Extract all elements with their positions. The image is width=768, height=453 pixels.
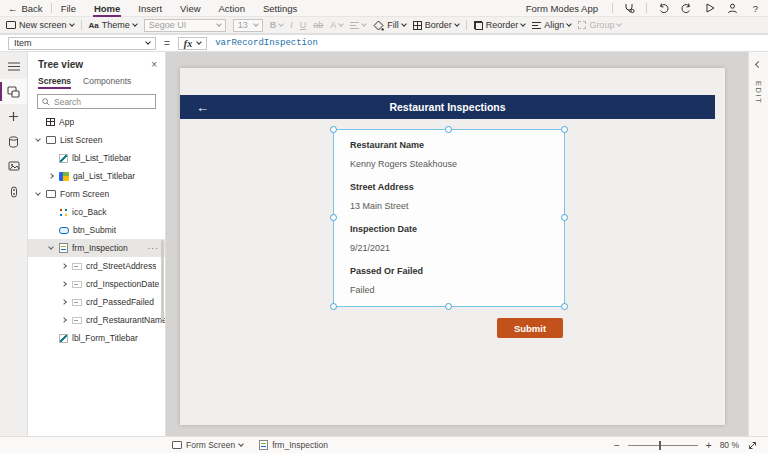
app-checker-icon[interactable]: [623, 2, 636, 15]
underline-button[interactable]: U: [300, 20, 307, 30]
selected-control-breadcrumb[interactable]: frm_Inspection: [259, 440, 328, 450]
tree-item-app[interactable]: App: [28, 113, 165, 131]
tree-item-crd_streetaddress[interactable]: crd_StreetAddress: [28, 257, 165, 275]
tree-item-label: lbl_List_Titlebar: [72, 153, 131, 163]
font-size-select[interactable]: 13: [233, 19, 263, 32]
form-titlebar[interactable]: ← Restaurant Inspections: [180, 95, 715, 119]
chevron-right-icon[interactable]: [60, 300, 68, 304]
tree-item-crd_inspectiondate[interactable]: crd_InspectionDate: [28, 275, 165, 293]
menu-icon[interactable]: [0, 54, 27, 79]
tab-components[interactable]: Components: [83, 76, 131, 89]
screen-selector-label: Form Screen: [186, 440, 235, 450]
bold-button[interactable]: B: [270, 20, 284, 30]
selection-handle[interactable]: [330, 126, 337, 133]
back-button[interactable]: ← Back: [0, 3, 51, 14]
inspection-form[interactable]: Restaurant NameKenny Rogers SteakhouseSt…: [333, 129, 565, 307]
menu-insert[interactable]: Insert: [129, 0, 171, 17]
italic-button[interactable]: I: [290, 20, 293, 30]
tree-item-crd_restaurantname[interactable]: crd_RestaurantName: [28, 311, 165, 329]
tree-item-gal_list_titlebar[interactable]: gal_List_Titlebar: [28, 167, 165, 185]
undo-icon[interactable]: [657, 2, 670, 15]
share-person-icon[interactable]: [726, 2, 739, 15]
formula-input[interactable]: varRecordInspection: [215, 38, 318, 48]
text-align-button[interactable]: [350, 22, 366, 29]
selection-handle[interactable]: [561, 214, 568, 221]
menu-home[interactable]: Home: [85, 0, 129, 17]
reorder-button[interactable]: Reorder: [474, 20, 526, 30]
selection-handle[interactable]: [445, 126, 452, 133]
search-icon: [42, 98, 50, 106]
reorder-icon: [474, 21, 483, 30]
screen-selector[interactable]: Form Screen: [172, 440, 243, 450]
property-select[interactable]: Item: [8, 37, 156, 50]
chevron-right-icon[interactable]: [60, 264, 68, 268]
zoom-slider[interactable]: [628, 445, 698, 446]
chevron-down-icon[interactable]: [47, 247, 55, 249]
help-icon[interactable]: ?: [749, 2, 762, 15]
menu-action[interactable]: Action: [210, 0, 254, 17]
fill-button[interactable]: Fill: [373, 20, 406, 31]
properties-panel-collapsed[interactable]: EDIT: [748, 52, 768, 436]
strikethrough-button[interactable]: ab: [313, 20, 323, 30]
label-icon: [59, 334, 68, 343]
field-value[interactable]: 13 Main Street: [350, 201, 548, 211]
form-icon: [259, 440, 268, 450]
close-icon[interactable]: ×: [151, 59, 157, 70]
chevron-right-icon[interactable]: [60, 318, 68, 322]
fit-to-window-icon[interactable]: [747, 440, 758, 451]
chevron-down-icon[interactable]: [34, 193, 42, 195]
zoom-slider-thumb[interactable]: [659, 441, 661, 450]
menu-settings[interactable]: Settings: [254, 0, 306, 17]
tree-item-crd_passedfailed[interactable]: crd_PassedFailed: [28, 293, 165, 311]
tree-view-icon[interactable]: [0, 79, 27, 104]
tree-item-list screen[interactable]: List Screen: [28, 131, 165, 149]
tree-scrollbar[interactable]: [161, 240, 164, 320]
tree-item-btn_submit[interactable]: btn_Submit: [28, 221, 165, 239]
chevron-down-icon[interactable]: [34, 139, 42, 141]
theme-button[interactable]: Theme: [89, 20, 137, 30]
align-button[interactable]: Align: [532, 20, 571, 30]
selection-handle[interactable]: [330, 303, 337, 310]
selection-handle[interactable]: [445, 303, 452, 310]
font-family-select[interactable]: Segoe UI: [144, 19, 226, 32]
selection-handle[interactable]: [561, 126, 568, 133]
redo-icon[interactable]: [680, 2, 693, 15]
form-screen-artboard[interactable]: ← Restaurant Inspections Restaurant Name…: [180, 68, 725, 425]
media-icon[interactable]: [0, 154, 27, 179]
new-screen-button[interactable]: New screen: [6, 20, 74, 30]
font-color-button[interactable]: A: [330, 20, 343, 30]
formula-bar: Item = fx varRecordInspection: [0, 35, 768, 52]
search-input[interactable]: Search: [37, 94, 156, 109]
zoom-level[interactable]: 80 %: [720, 440, 739, 450]
field-value[interactable]: Failed: [350, 285, 548, 295]
insert-icon[interactable]: [0, 104, 27, 129]
play-icon[interactable]: [703, 2, 716, 15]
tree-item-ico_back[interactable]: ico_Back: [28, 203, 165, 221]
group-button[interactable]: Group: [578, 20, 621, 30]
align-label: Align: [544, 20, 564, 30]
menu-file[interactable]: File: [52, 0, 85, 17]
chevron-right-icon[interactable]: [47, 174, 55, 178]
submit-button[interactable]: Submit: [497, 318, 563, 338]
selection-handle[interactable]: [330, 214, 337, 221]
divider: [612, 3, 613, 13]
menu-view[interactable]: View: [171, 0, 209, 17]
zoom-out-button[interactable]: −: [614, 440, 620, 451]
divider: [466, 20, 467, 30]
border-button[interactable]: Border: [413, 20, 459, 30]
tree-item-frm_inspection[interactable]: frm_Inspection···: [28, 239, 165, 257]
fx-select[interactable]: fx: [178, 37, 207, 50]
italic-label: I: [290, 20, 293, 30]
advanced-tools-icon[interactable]: [0, 179, 27, 204]
zoom-in-button[interactable]: +: [706, 440, 712, 451]
chevron-right-icon[interactable]: [60, 282, 68, 286]
selection-handle[interactable]: [561, 303, 568, 310]
field-value[interactable]: 9/21/2021: [350, 243, 548, 253]
data-icon[interactable]: [0, 129, 27, 154]
tree-item-lbl_form_titlebar[interactable]: lbl_Form_Titlebar: [28, 329, 165, 347]
field-value[interactable]: Kenny Rogers Steakhouse: [350, 159, 548, 169]
tab-screens[interactable]: Screens: [38, 76, 71, 89]
tree-item-lbl_list_titlebar[interactable]: lbl_List_Titlebar: [28, 149, 165, 167]
tree-item-form screen[interactable]: Form Screen: [28, 185, 165, 203]
chevron-down-icon: [238, 441, 244, 447]
